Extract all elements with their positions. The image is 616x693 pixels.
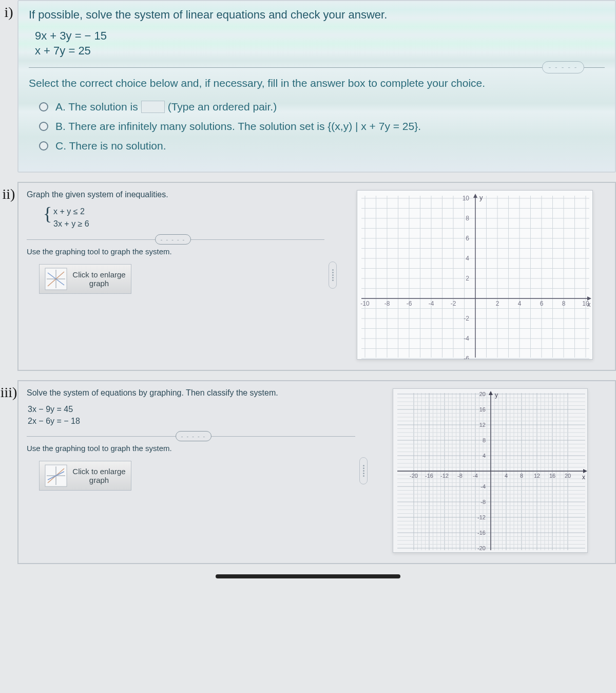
svg-text:-20: -20 — [477, 545, 486, 551]
y-axis-label: y — [495, 391, 498, 399]
q2-ineq1: x + y ≤ 2 — [53, 205, 324, 218]
svg-text:4: 4 — [483, 453, 486, 459]
question-3-label: iii) — [0, 380, 17, 401]
radio-b[interactable] — [39, 122, 48, 131]
svg-text:-8: -8 — [384, 300, 390, 307]
svg-text:-16: -16 — [425, 473, 433, 479]
enlarge-graph-button[interactable]: Click to enlarge graph — [39, 461, 131, 491]
expand-pill[interactable]: - - - - - — [155, 234, 191, 245]
svg-text:-6: -6 — [464, 355, 469, 360]
svg-text:-4: -4 — [480, 483, 486, 490]
svg-text:20: 20 — [565, 473, 571, 479]
svg-text:20: 20 — [479, 391, 486, 397]
q2-left: Graph the given system of inequalities. … — [27, 190, 324, 360]
brace-icon: { — [43, 204, 52, 223]
enlarge-graph-button[interactable]: Click to enlarge graph — [39, 264, 131, 294]
q2-ineq2: 3x + y ≥ 6 — [53, 218, 324, 230]
svg-text:-8: -8 — [457, 473, 463, 479]
svg-text:8: 8 — [562, 300, 566, 307]
choice-a-hint: (Type an ordered pair.) — [168, 101, 277, 113]
svg-text:12: 12 — [479, 422, 486, 428]
choice-c[interactable]: C. There is no solution. — [39, 140, 605, 152]
question-2-panel: Graph the given system of inequalities. … — [17, 182, 616, 371]
question-2: ii) Graph the given system of inequaliti… — [0, 182, 616, 371]
radio-a[interactable] — [39, 102, 48, 111]
q1-instruction: Select the correct choice below and, if … — [29, 77, 605, 89]
svg-text:8: 8 — [520, 473, 523, 479]
svg-text:12: 12 — [534, 473, 540, 479]
expand-pill[interactable]: - - - - - — [176, 431, 211, 441]
resize-handle[interactable] — [359, 457, 368, 484]
q2-tool-instr: Use the graphing tool to graph the syste… — [27, 247, 324, 256]
svg-text:-16: -16 — [477, 530, 486, 536]
graph-thumbnail-icon — [45, 464, 67, 487]
q1-prompt: If possible, solve the system of linear … — [29, 8, 605, 22]
q2-system: { x + y ≤ 2 3x + y ≥ 6 — [44, 205, 324, 230]
svg-text:-12: -12 — [440, 473, 449, 479]
svg-text:-4: -4 — [429, 300, 434, 307]
svg-text:-8: -8 — [480, 499, 486, 505]
question-1: i) If possible, solve the system of line… — [0, 0, 616, 173]
svg-text:8: 8 — [483, 437, 486, 443]
choice-a[interactable]: A. The solution is (Type an ordered pair… — [39, 101, 605, 113]
x-axis-label: x — [582, 474, 585, 481]
svg-text:-12: -12 — [477, 514, 486, 520]
q3-prompt: Solve the system of equations by graphin… — [27, 388, 355, 398]
q1-eq2: x + 7y = 25 — [35, 44, 605, 59]
svg-text:-6: -6 — [407, 300, 412, 307]
q3-graph[interactable]: y x -20-16-12-8-448121620-20-16-12-8-448… — [393, 388, 588, 553]
q3-system: 3x − 9y = 45 2x − 6y = − 18 — [28, 404, 355, 427]
svg-text:6: 6 — [466, 235, 469, 242]
svg-text:4: 4 — [518, 300, 522, 307]
q1-eq1: 9x + 3y = − 15 — [35, 29, 605, 44]
svg-text:-4: -4 — [473, 473, 478, 479]
question-2-label: ii) — [0, 182, 17, 202]
enlarge-text: Click to enlarge graph — [72, 467, 126, 485]
choice-c-text: C. There is no solution. — [55, 140, 166, 152]
q3-eq2: 2x − 6y = − 18 — [28, 416, 355, 427]
y-axis-label: y — [479, 194, 483, 201]
q2-prompt: Graph the given system of inequalities. — [27, 190, 324, 199]
svg-text:16: 16 — [549, 473, 555, 479]
answer-input[interactable] — [141, 101, 165, 113]
svg-text:10: 10 — [582, 300, 589, 307]
svg-text:2: 2 — [466, 275, 469, 282]
question-1-label: i) — [0, 0, 17, 21]
svg-text:4: 4 — [505, 473, 508, 479]
q3-tool-instr: Use the graphing tool to graph the syste… — [27, 444, 355, 453]
choice-a-pre: A. The solution is — [55, 101, 138, 113]
bottom-handle-bar — [216, 574, 400, 578]
q3-graph-col: y x -20-16-12-8-448121620-20-16-12-8-448… — [372, 388, 609, 553]
svg-text:-2: -2 — [451, 300, 456, 307]
choice-b[interactable]: B. There are infinitely many solutions. … — [39, 120, 605, 133]
q2-graph-col: y x -10-8-6-4-2246810-6-4-2246810 — [341, 190, 609, 360]
svg-text:2: 2 — [496, 300, 499, 307]
question-1-panel: If possible, solve the system of linear … — [17, 0, 616, 173]
q2-graph[interactable]: y x -10-8-6-4-2246810-6-4-2246810 — [357, 190, 593, 360]
question-3: iii) Solve the system of equations by gr… — [0, 380, 616, 564]
q3-divider: - - - - - — [27, 436, 355, 437]
svg-text:16: 16 — [479, 406, 486, 413]
svg-text:8: 8 — [466, 215, 469, 222]
svg-text:-2: -2 — [464, 315, 469, 322]
q1-equations: 9x + 3y = − 15 x + 7y = 25 — [35, 29, 605, 58]
q3-left: Solve the system of equations by graphin… — [27, 388, 355, 553]
svg-text:4: 4 — [466, 255, 469, 262]
q1-choices: A. The solution is (Type an ordered pair… — [39, 101, 605, 152]
enlarge-text: Click to enlarge graph — [72, 270, 126, 288]
expand-pill[interactable]: - - - - - — [542, 61, 584, 73]
graph-thumbnail-icon — [45, 268, 67, 290]
resize-handle[interactable] — [329, 261, 337, 289]
svg-text:-10: -10 — [360, 300, 370, 307]
question-3-panel: Solve the system of equations by graphin… — [17, 380, 616, 564]
q1-divider: - - - - - — [29, 67, 605, 68]
q2-divider: - - - - - — [27, 239, 324, 240]
choice-b-text: B. There are infinitely many solutions. … — [55, 120, 421, 133]
q3-eq1: 3x − 9y = 45 — [28, 404, 355, 415]
radio-c[interactable] — [39, 141, 48, 151]
svg-text:10: 10 — [463, 195, 470, 202]
svg-text:-20: -20 — [410, 473, 418, 479]
svg-text:-4: -4 — [464, 335, 469, 342]
svg-text:6: 6 — [540, 300, 544, 307]
